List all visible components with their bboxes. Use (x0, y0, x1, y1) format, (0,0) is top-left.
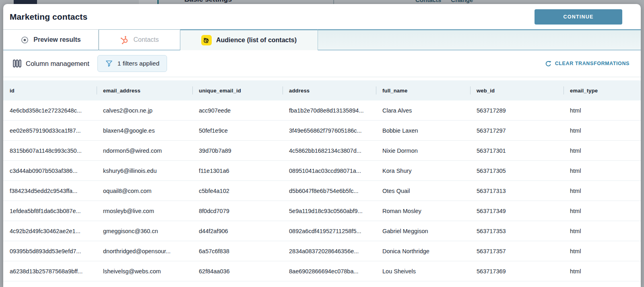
column-header-web_id: web_id (470, 80, 564, 100)
table-cell: 563717289 (470, 100, 564, 120)
column-header-email_type: email_type (564, 80, 641, 100)
table-cell: f384234d5edd2c9543ffa... (3, 181, 97, 201)
table-row: 8315b607a1148c993c350...ndormon5@wired.c… (3, 141, 641, 161)
table-header-row: idemail_addressunique_email_idaddressful… (3, 80, 641, 100)
table-cell: c3d44ab0907b503af386... (3, 161, 97, 180)
background-divider-2 (333, 0, 334, 4)
table-cell: 4e6cbd358c1e27232648c... (3, 100, 97, 120)
table-cell: html (564, 241, 641, 261)
background-contacts-change-links: Contacts Change (415, 0, 473, 3)
table-cell: 8315b607a1148c993c350... (3, 141, 97, 160)
table-cell: 3f49e656862f797605186c... (283, 121, 376, 140)
table-cell: Lou Sheivels (376, 261, 470, 281)
background-basic-settings-label: Basic settings (184, 0, 232, 4)
table-cell: 563717349 (470, 201, 564, 221)
table-cell: d5b6047f8e6b754e6b5fc... (283, 181, 376, 201)
table-row: 09395b5d893dd53e9efd7...dnorthridged@ope… (3, 241, 641, 261)
table-cell: 39d70b7a89 (192, 141, 283, 160)
table-cell: Kora Shury (376, 161, 470, 180)
table-cell: html (564, 141, 641, 160)
table-cell: Nixie Dormon (376, 141, 470, 160)
table-cell: 2834a08372028646356e... (283, 241, 376, 261)
filters-applied-label: 1 filters applied (118, 60, 159, 67)
column-management-button[interactable]: Column management (10, 56, 93, 71)
continue-button[interactable]: CONTINUE (535, 9, 622, 25)
background-step-fragment (14, 0, 37, 4)
table-cell: 6a57c6f838 (192, 241, 283, 261)
table-cell: 563717301 (470, 141, 564, 160)
table-cell: 62f84aa036 (192, 261, 283, 281)
table-cell: 4c5862bb1682134c3807d... (283, 141, 376, 160)
tab-audience[interactable]: Audience (list of contacts) (180, 29, 318, 50)
tab-label-preview-results: Preview results (33, 36, 80, 43)
table-cell: 4c92b2d49fc30462ae2e1... (3, 221, 97, 241)
column-management-label: Column management (26, 60, 89, 68)
table-cell: Otes Quail (376, 181, 470, 201)
table-cell: 563717305 (470, 161, 564, 180)
table-cell: Roman Mosley (376, 201, 470, 221)
columns-icon (13, 59, 21, 68)
table-cell: oquail8@com.com (97, 181, 192, 201)
column-header-email_address: email_address (97, 80, 192, 100)
table-cell: 0892a6cdf41952711258f5... (283, 221, 376, 241)
tab-label-audience: Audience (list of contacts) (216, 37, 297, 44)
preview-eye-icon (21, 36, 29, 44)
table-toolbar: Column management 1 filters applied CLEA… (3, 50, 641, 77)
table-cell: 563717357 (470, 241, 564, 261)
table-cell: Gabriel Meggison (376, 221, 470, 241)
table-cell: blaxen4@google.es (97, 121, 192, 140)
table-cell: Clara Alves (376, 100, 470, 120)
table-row: a6238d13b25787568a9bff...lsheivelsg@webs… (3, 261, 641, 281)
tab-label-contacts: Contacts (133, 36, 159, 43)
tab-bar: Preview results Contacts (3, 29, 641, 50)
background-panel-fragment (139, 0, 157, 4)
modal-header: Marketing contacts CONTINUE (3, 4, 641, 29)
table-cell: ndormon5@wired.com (97, 141, 192, 160)
table-cell: d44f2af906 (192, 221, 283, 241)
table-cell: 563717313 (470, 181, 564, 201)
table-row: c3d44ab0907b503af386...kshury6@illinois.… (3, 161, 641, 181)
table-cell: rmosleyb@live.com (97, 201, 192, 221)
table-cell: html (564, 221, 641, 241)
table-cell: 50fef1e9ce (192, 121, 283, 140)
table-cell: html (564, 201, 641, 221)
column-header-address: address (283, 80, 376, 100)
table-cell: gmeggisonc@360.cn (97, 221, 192, 241)
tab-bar-filler (318, 29, 641, 50)
table-cell: lsheivelsg@webs.com (97, 261, 192, 281)
mailchimp-icon (201, 35, 212, 45)
marketing-contacts-modal: Marketing contacts CONTINUE Preview resu… (3, 4, 641, 287)
filter-funnel-icon (105, 59, 113, 68)
table-cell: f11e1301a6 (192, 161, 283, 180)
table-row: f384234d5edd2c9543ffa...oquail8@com.comc… (3, 181, 641, 201)
table-cell: ee02e8579190d33ca1f87... (3, 121, 97, 140)
clear-transformations-button[interactable]: CLEAR TRANSFORMATIONS (545, 60, 630, 67)
table-cell: 563717369 (470, 261, 564, 281)
table-cell: fba1b2e70d8e8d13135894... (283, 100, 376, 120)
table-cell: 09395b5d893dd53e9efd7... (3, 241, 97, 261)
table-cell: 08951041ac03ccd98071a... (283, 161, 376, 180)
table-cell: Bobbie Laxen (376, 121, 470, 140)
table-cell: html (564, 121, 641, 140)
table-row: 1efdea5bf8f1da6c3b087e...rmosleyb@live.c… (3, 201, 641, 221)
table-cell: html (564, 161, 641, 180)
refresh-icon (545, 60, 552, 67)
filters-applied-button[interactable]: 1 filters applied (97, 55, 167, 72)
table-cell: acc907eede (192, 100, 283, 120)
contacts-table: idemail_addressunique_email_idaddressful… (3, 80, 641, 287)
hubspot-icon (120, 35, 129, 44)
table-cell: 8ae6902866694ec078ba... (283, 261, 376, 281)
page-title: Marketing contacts (10, 12, 87, 22)
table-cell: calves2@ocn.ne.jp (97, 100, 192, 120)
table-cell: 5e9a119d18c93c0560abf9... (283, 201, 376, 221)
background-divider (157, 0, 159, 4)
column-header-id: id (3, 80, 97, 100)
column-header-unique_email_id: unique_email_id (192, 80, 283, 100)
table-cell: a6238d13b25787568a9bff... (3, 261, 97, 281)
tab-contacts[interactable]: Contacts (99, 29, 180, 50)
table-row: 4c92b2d49fc30462ae2e1...gmeggisonc@360.c… (3, 221, 641, 241)
table-body: 4e6cbd358c1e27232648c...calves2@ocn.ne.j… (3, 100, 641, 281)
tab-preview-results[interactable]: Preview results (3, 29, 99, 50)
table-cell: 563717297 (470, 121, 564, 140)
table-cell: dnorthridged@opensour... (97, 241, 192, 261)
